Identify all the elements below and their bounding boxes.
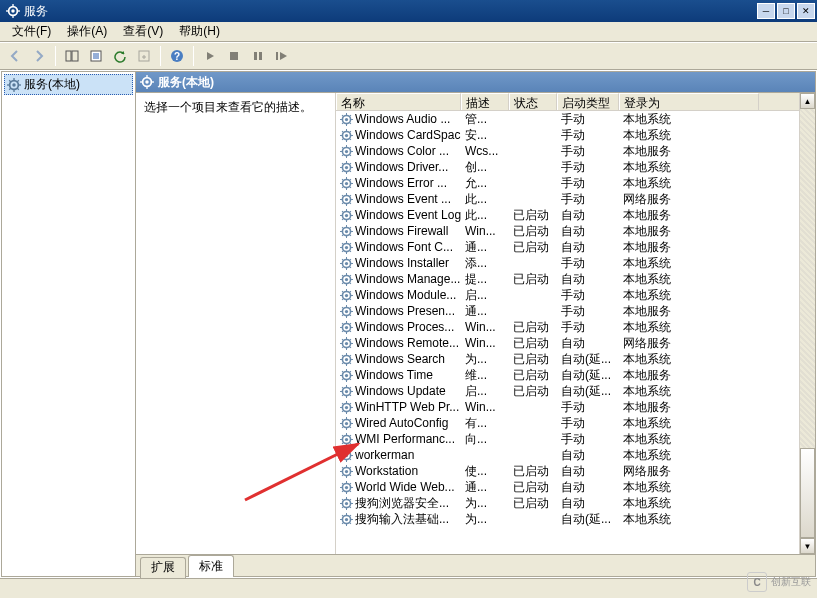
svg-rect-7 bbox=[72, 51, 78, 61]
service-row[interactable]: Windows Error ...允...手动本地系统 bbox=[336, 175, 815, 191]
svg-line-273 bbox=[342, 490, 344, 492]
service-row[interactable]: Wired AutoConfig有...手动本地系统 bbox=[336, 415, 815, 431]
cell-startup: 自动 bbox=[557, 271, 619, 288]
col-desc[interactable]: 描述 bbox=[461, 93, 509, 110]
service-row[interactable]: Windows Presen...通...手动本地服务 bbox=[336, 303, 815, 319]
svg-point-136 bbox=[345, 277, 348, 280]
svg-line-92 bbox=[349, 202, 351, 204]
close-button[interactable]: ✕ bbox=[797, 3, 815, 19]
cell-startup: 手动 bbox=[557, 319, 619, 336]
service-row[interactable]: Windows Module...启...手动本地系统 bbox=[336, 287, 815, 303]
service-row[interactable]: Windows Audio ...管...手动本地系统 bbox=[336, 111, 815, 127]
cell-logon: 本地系统 bbox=[619, 111, 759, 128]
cell-desc: 提... bbox=[461, 271, 509, 288]
service-row[interactable]: Windows FirewallWin...已启动自动本地服务 bbox=[336, 223, 815, 239]
tab-standard[interactable]: 标准 bbox=[188, 555, 234, 577]
svg-point-216 bbox=[345, 405, 348, 408]
restart-button[interactable] bbox=[271, 45, 293, 67]
svg-line-211 bbox=[342, 387, 344, 389]
show-hide-button[interactable] bbox=[61, 45, 83, 67]
start-button[interactable] bbox=[199, 45, 221, 67]
cell-status: 已启动 bbox=[509, 495, 557, 512]
svg-rect-16 bbox=[254, 52, 257, 60]
svg-point-106 bbox=[345, 229, 348, 232]
scroll-track[interactable] bbox=[800, 109, 815, 538]
cell-logon: 网络服务 bbox=[619, 463, 759, 480]
cell-desc: Win... bbox=[461, 224, 509, 238]
cell-desc: 此... bbox=[461, 191, 509, 208]
svg-point-30 bbox=[145, 80, 149, 84]
service-row[interactable]: WMI Performanc...向...手动本地系统 bbox=[336, 431, 815, 447]
menu-file[interactable]: 文件(F) bbox=[4, 21, 59, 42]
properties-button[interactable] bbox=[85, 45, 107, 67]
scroll-thumb[interactable] bbox=[800, 448, 815, 538]
help-button[interactable]: ? bbox=[166, 45, 188, 67]
cell-status: 已启动 bbox=[509, 239, 557, 256]
service-row[interactable]: Windows Remote...Win...已启动自动网络服务 bbox=[336, 335, 815, 351]
service-row[interactable]: Windows CardSpace安...手动本地系统 bbox=[336, 127, 815, 143]
cell-name: Windows Time bbox=[336, 368, 461, 382]
cell-logon: 本地服务 bbox=[619, 239, 759, 256]
service-row[interactable]: Windows Color ...Wcs...手动本地服务 bbox=[336, 143, 815, 159]
svg-point-206 bbox=[345, 389, 348, 392]
service-row[interactable]: WinHTTP Web Pr...Win...手动本地服务 bbox=[336, 399, 815, 415]
service-list[interactable]: 名称 描述 状态 启动类型 登录为 Windows Audio ...管...手… bbox=[336, 93, 815, 554]
service-row[interactable]: Windows Event ...此...手动网络服务 bbox=[336, 191, 815, 207]
service-row[interactable]: 搜狗浏览器安全...为...已启动自动本地系统 bbox=[336, 495, 815, 511]
service-row[interactable]: workerman自动本地系统 bbox=[336, 447, 815, 463]
svg-line-182 bbox=[349, 346, 351, 348]
cell-status: 已启动 bbox=[509, 207, 557, 224]
col-logon[interactable]: 登录为 bbox=[619, 93, 759, 110]
back-button[interactable] bbox=[4, 45, 26, 67]
cell-startup: 手动 bbox=[557, 399, 619, 416]
cell-startup: 自动 bbox=[557, 207, 619, 224]
refresh-button[interactable] bbox=[109, 45, 131, 67]
svg-point-276 bbox=[345, 501, 348, 504]
col-name[interactable]: 名称 bbox=[336, 93, 461, 110]
service-row[interactable]: Windows Manage...提...已启动自动本地系统 bbox=[336, 271, 815, 287]
maximize-button[interactable]: □ bbox=[777, 3, 795, 19]
service-row[interactable]: Windows Installer添...手动本地系统 bbox=[336, 255, 815, 271]
tree-pane[interactable]: 服务(本地) bbox=[2, 72, 136, 576]
service-row[interactable]: Windows Event Log此...已启动自动本地服务 bbox=[336, 207, 815, 223]
col-status[interactable]: 状态 bbox=[509, 93, 557, 110]
scroll-down-button[interactable]: ▼ bbox=[800, 538, 815, 554]
svg-line-94 bbox=[349, 195, 351, 197]
service-row[interactable]: 搜狗输入法基础...为...自动(延...本地系统 bbox=[336, 511, 815, 527]
menu-help[interactable]: 帮助(H) bbox=[171, 21, 228, 42]
cell-name: Windows Remote... bbox=[336, 336, 461, 350]
col-startup[interactable]: 启动类型 bbox=[557, 93, 619, 110]
cell-startup: 自动 bbox=[557, 479, 619, 496]
service-row[interactable]: Windows Search为...已启动自动(延...本地系统 bbox=[336, 351, 815, 367]
svg-line-82 bbox=[349, 186, 351, 188]
cell-desc: 通... bbox=[461, 239, 509, 256]
vertical-scrollbar[interactable]: ▲ ▼ bbox=[799, 93, 815, 554]
scroll-up-button[interactable]: ▲ bbox=[800, 93, 815, 109]
svg-line-53 bbox=[342, 138, 344, 140]
svg-line-221 bbox=[342, 403, 344, 405]
service-row[interactable]: Windows Update启...已启动自动(延...本地系统 bbox=[336, 383, 815, 399]
stop-button[interactable] bbox=[223, 45, 245, 67]
pause-button[interactable] bbox=[247, 45, 269, 67]
tab-extended[interactable]: 扩展 bbox=[140, 557, 186, 578]
toolbar-separator bbox=[160, 46, 161, 66]
service-row[interactable]: Windows Proces...Win...已启动手动本地系统 bbox=[336, 319, 815, 335]
cell-startup: 手动 bbox=[557, 255, 619, 272]
service-row[interactable]: Windows Font C...通...已启动自动本地服务 bbox=[336, 239, 815, 255]
svg-line-174 bbox=[349, 323, 351, 325]
menu-action[interactable]: 操作(A) bbox=[59, 21, 115, 42]
tree-root-item[interactable]: 服务(本地) bbox=[4, 74, 133, 95]
minimize-button[interactable]: ─ bbox=[757, 3, 775, 19]
service-row[interactable]: Workstation使...已启动自动网络服务 bbox=[336, 463, 815, 479]
cell-startup: 自动 bbox=[557, 239, 619, 256]
service-row[interactable]: Windows Time维...已启动自动(延...本地服务 bbox=[336, 367, 815, 383]
service-row[interactable]: Windows Driver...创...手动本地系统 bbox=[336, 159, 815, 175]
menu-view[interactable]: 查看(V) bbox=[115, 21, 171, 42]
forward-button[interactable] bbox=[28, 45, 50, 67]
cell-desc: Win... bbox=[461, 336, 509, 350]
window-title: 服务 bbox=[24, 3, 755, 20]
svg-line-254 bbox=[349, 451, 351, 453]
svg-line-293 bbox=[342, 522, 344, 524]
service-row[interactable]: World Wide Web...通...已启动自动本地系统 bbox=[336, 479, 815, 495]
export-button[interactable] bbox=[133, 45, 155, 67]
